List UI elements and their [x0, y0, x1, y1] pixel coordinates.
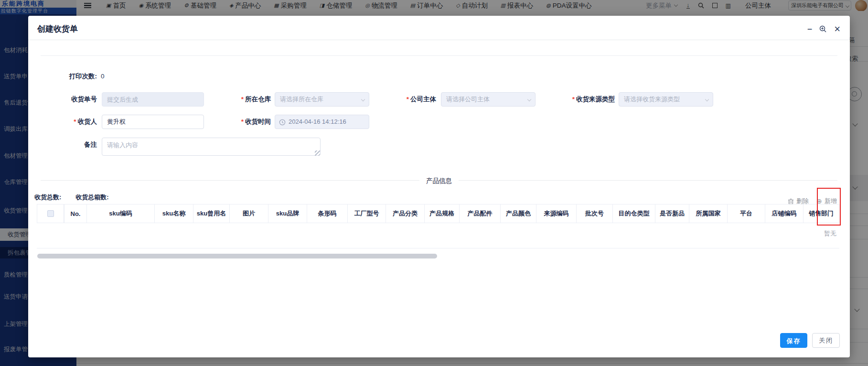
warehouse-label: *所在仓库: [214, 92, 271, 107]
table-column-header: 平台: [728, 205, 765, 223]
textarea-resize-handle[interactable]: [315, 151, 320, 156]
chevron-down-icon: [361, 97, 365, 101]
source-type-placeholder: 请选择收货来源类型: [624, 96, 680, 103]
receipt-no-input[interactable]: [102, 92, 204, 107]
company-label: *公司主体: [380, 92, 436, 107]
receive-time-label: *收货时间: [214, 115, 271, 129]
remark-label: 备注: [38, 138, 97, 152]
receive-time-value: 2024-04-16 14:12:16: [289, 118, 346, 125]
table-column-header: sku名称: [155, 205, 193, 223]
save-button[interactable]: 保存: [780, 333, 807, 348]
receipt-no-label: 收货单号: [38, 92, 97, 107]
table-column-header: 产品配件: [460, 205, 501, 223]
trash-icon: [788, 198, 794, 205]
total-qty-label: 收货总数:: [34, 194, 61, 201]
table-column-header: sku曾用名: [193, 205, 230, 223]
circle-plus-icon: ⊕: [816, 198, 822, 205]
table-column-header: 目的仓类型: [613, 205, 655, 223]
table-column-header: sku品牌: [268, 205, 307, 223]
dialog-title: 创建收货单: [37, 23, 78, 34]
total-boxes-label: 收货总箱数:: [75, 194, 108, 201]
totals-row: 收货总数:收货总箱数:: [34, 193, 123, 202]
table-column-header: sku编码: [87, 205, 155, 223]
print-count-label: 打印次数:: [38, 69, 97, 84]
table-column-header: 产品分类: [386, 205, 425, 223]
chevron-down-icon: [527, 97, 531, 101]
receiver-input[interactable]: [102, 115, 204, 129]
create-receipt-dialog: 创建收货单 − × 打印次数: 0 收货单号 *所在仓库 请选择所在仓库 *公司…: [28, 16, 850, 357]
table-column-header: 产品规格: [425, 205, 460, 223]
table-column-header: 所属国家: [689, 205, 728, 223]
company-placeholder: 请选择公司主体: [446, 96, 490, 103]
remark-textarea[interactable]: [102, 138, 321, 156]
section-title: 产品信息: [28, 176, 850, 185]
warehouse-select[interactable]: 请选择所在仓库: [275, 92, 369, 107]
table-column-header: 是否新品: [655, 205, 689, 223]
clock-icon: [279, 119, 286, 126]
table-column-header: 销售部门: [804, 205, 839, 223]
dialog-header-divider: [28, 40, 850, 40]
select-all-cell: [37, 205, 64, 223]
print-count-value: 0: [101, 69, 105, 84]
table-column-header: 来源编码: [536, 205, 577, 223]
table-header-row: No.sku编码sku名称sku曾用名图片sku品牌条形码工厂型号产品分类产品规…: [37, 204, 839, 223]
close-icon[interactable]: ×: [834, 25, 840, 33]
select-all-checkbox[interactable]: [47, 210, 54, 217]
horizontal-scrollbar-thumb[interactable]: [37, 254, 437, 258]
source-type-label: *收货来源类型: [544, 92, 615, 107]
receiver-label: *收货人: [38, 115, 97, 129]
chevron-down-icon: [705, 97, 709, 101]
source-type-select[interactable]: 请选择收货来源类型: [619, 92, 713, 107]
table-empty-body: 暂无: [37, 223, 839, 248]
table-column-header: 工厂型号: [348, 205, 386, 223]
table-column-header: 条形码: [307, 205, 348, 223]
table-column-header: 批次号: [577, 205, 613, 223]
product-table: No.sku编码sku名称sku曾用名图片sku品牌条形码工厂型号产品分类产品规…: [37, 204, 839, 248]
receive-time-picker[interactable]: 2024-04-16 14:12:16: [275, 115, 369, 129]
minimize-icon[interactable]: −: [807, 26, 813, 32]
table-column-header: 产品颜色: [501, 205, 536, 223]
table-column-header: No.: [64, 205, 87, 223]
table-column-header: 店铺编码: [765, 205, 804, 223]
table-column-header: 图片: [230, 205, 268, 223]
warehouse-placeholder: 请选择所在仓库: [280, 96, 323, 103]
zoom-in-icon[interactable]: [819, 25, 827, 33]
company-select[interactable]: 请选择公司主体: [441, 92, 536, 107]
empty-data-text: 暂无: [824, 229, 836, 238]
close-button[interactable]: 关闭: [812, 333, 840, 348]
form-top-divider: [41, 55, 837, 56]
